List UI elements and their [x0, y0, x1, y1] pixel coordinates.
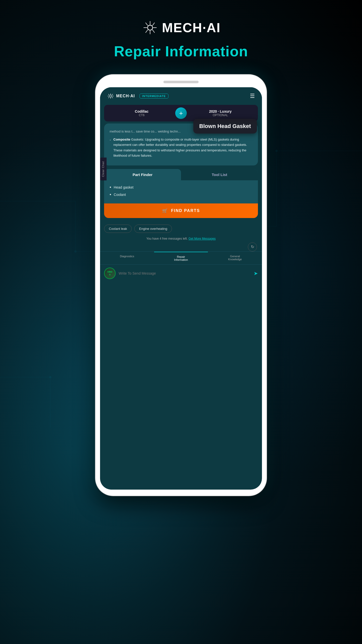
bullet-dot: ·	[110, 137, 111, 143]
add-car-button[interactable]: +	[175, 107, 187, 119]
car-model: CT6	[108, 113, 175, 117]
cart-icon: 🛒	[162, 208, 168, 213]
nav-general-label1: General	[210, 255, 260, 258]
car-info-right: 2020 · Luxury OPTIONAL	[187, 109, 254, 117]
parts-card: Part Finder Tool List Head gasket Coolan…	[104, 169, 258, 218]
svg-line-28	[108, 97, 109, 98]
bullet-text-composite: Composite Gaskets: Upgrading to composit…	[113, 137, 252, 158]
tab-part-finder[interactable]: Part Finder	[104, 169, 181, 180]
svg-line-27	[112, 94, 113, 95]
svg-point-11	[148, 25, 153, 30]
car-year: 2020 · Luxury	[187, 109, 254, 113]
blown-head-gasket-tooltip: Blown Head Gasket	[193, 119, 257, 134]
parts-list-item-2: Coolant	[110, 192, 252, 197]
nav-diagnostics-label: Diagnostics	[102, 255, 152, 258]
parts-list: Head gasket Coolant	[104, 180, 258, 201]
phone-notch	[163, 81, 199, 83]
svg-line-19	[146, 30, 148, 33]
send-icon: ➤	[254, 271, 258, 276]
message-input-field[interactable]	[119, 271, 251, 275]
bold-composite: Composite	[113, 138, 130, 141]
hamburger-menu-icon[interactable]: ☰	[250, 93, 255, 99]
refresh-area: ↻	[100, 242, 262, 251]
message-input-area: OBDII ➤	[100, 264, 262, 282]
top-logo-text: MECH·AI	[162, 20, 221, 35]
car-trim: OPTIONAL	[187, 113, 254, 117]
header-badge: INTERMEDIATE	[140, 94, 169, 99]
phone-mockup: Clear Chat	[96, 75, 266, 496]
header-logo-icon	[107, 93, 114, 99]
chat-area: Blown Head Gasket method is less t... sa…	[100, 123, 262, 221]
find-parts-button[interactable]: 🛒 FIND PARTS	[104, 203, 258, 218]
sidebar-clear-chat[interactable]: Clear Chat	[100, 158, 107, 181]
nav-repair-info-label2: Information	[156, 258, 206, 261]
phone-screen: Clear Chat	[100, 87, 262, 490]
obd-avatar: OBDII	[104, 268, 116, 279]
page-title: Repair Information	[114, 43, 248, 60]
send-button[interactable]: ➤	[254, 270, 258, 276]
obd-label: OBDII	[107, 271, 112, 276]
svg-line-18	[152, 23, 155, 26]
header-logo-text: MECH·AI	[116, 94, 135, 98]
svg-line-26	[112, 97, 113, 98]
svg-line-17	[152, 30, 155, 33]
car-name: Codillac	[108, 109, 175, 113]
header-logo: MECH·AI INTERMEDIATE	[107, 93, 168, 99]
bottom-nav: Diagnostics Repair Information General K…	[100, 251, 262, 264]
svg-line-16	[146, 23, 148, 26]
get-more-messages-link[interactable]: Get More Messages	[189, 237, 216, 240]
chip-coolant-leak[interactable]: Coolant leak	[104, 225, 132, 233]
phone-frame: Clear Chat	[96, 75, 266, 496]
car-info-left: Codillac CT6	[108, 109, 175, 117]
nav-general-label2: Knowledge	[210, 258, 260, 261]
bullet-composite: · Composite Gaskets: Upgrading to compos…	[110, 137, 252, 158]
svg-point-20	[110, 95, 112, 97]
nav-repair-info-label1: Repair	[156, 255, 206, 258]
svg-line-25	[108, 94, 109, 95]
suggestion-chips: Coolant leak Engine overheating	[100, 221, 262, 235]
find-parts-label: FIND PARTS	[171, 208, 200, 213]
nav-repair-info[interactable]: Repair Information	[154, 252, 208, 264]
parts-list-item-1: Head gasket	[110, 185, 252, 190]
parts-tabs: Part Finder Tool List	[104, 169, 258, 180]
tab-tool-list[interactable]: Tool List	[181, 169, 258, 180]
refresh-button[interactable]: ↻	[248, 242, 257, 251]
app-header: MECH·AI INTERMEDIATE ☰	[100, 87, 262, 103]
chip-engine-overheating[interactable]: Engine overheating	[134, 225, 172, 233]
nav-general-knowledge[interactable]: General Knowledge	[208, 252, 262, 264]
top-logo-area: MECH·AI	[141, 20, 221, 35]
free-messages-text: You have 4 free messages left.	[146, 237, 188, 240]
free-messages-bar: You have 4 free messages left. Get More …	[100, 235, 262, 242]
nav-diagnostics[interactable]: Diagnostics	[100, 252, 154, 264]
mech-ai-top-icon	[141, 20, 159, 35]
